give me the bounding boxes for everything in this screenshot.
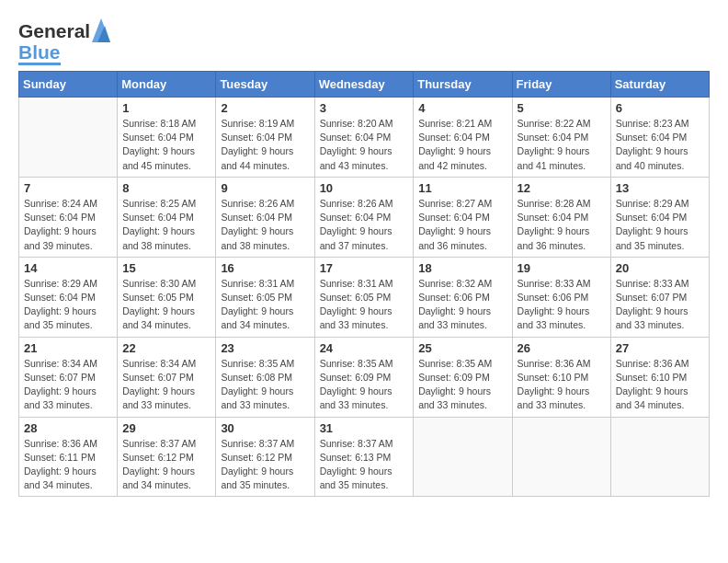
day-number: 9	[221, 181, 309, 195]
day-info: Sunrise: 8:21 AM Sunset: 6:04 PM Dayligh…	[418, 117, 506, 173]
calendar-cell: 4Sunrise: 8:21 AM Sunset: 6:04 PM Daylig…	[414, 98, 512, 178]
day-info: Sunrise: 8:23 AM Sunset: 6:04 PM Dayligh…	[616, 117, 704, 173]
calendar-cell: 21Sunrise: 8:34 AM Sunset: 6:07 PM Dayli…	[19, 337, 118, 417]
calendar-cell: 30Sunrise: 8:37 AM Sunset: 6:12 PM Dayli…	[216, 417, 314, 497]
day-number: 20	[616, 261, 704, 275]
day-info: Sunrise: 8:19 AM Sunset: 6:04 PM Dayligh…	[221, 117, 309, 173]
calendar-cell: 20Sunrise: 8:33 AM Sunset: 6:07 PM Dayli…	[610, 257, 709, 337]
day-number: 16	[221, 261, 309, 275]
day-number: 4	[418, 101, 506, 115]
logo: General Blue	[18, 18, 110, 65]
calendar-table: SundayMondayTuesdayWednesdayThursdayFrid…	[18, 71, 710, 497]
day-info: Sunrise: 8:35 AM Sunset: 6:09 PM Dayligh…	[320, 357, 409, 413]
calendar-week-row: 14Sunrise: 8:29 AM Sunset: 6:04 PM Dayli…	[19, 257, 710, 337]
day-info: Sunrise: 8:32 AM Sunset: 6:06 PM Dayligh…	[418, 277, 506, 333]
day-info: Sunrise: 8:31 AM Sunset: 6:05 PM Dayligh…	[320, 277, 409, 333]
calendar-week-row: 7Sunrise: 8:24 AM Sunset: 6:04 PM Daylig…	[19, 177, 710, 257]
day-info: Sunrise: 8:37 AM Sunset: 6:12 PM Dayligh…	[221, 437, 309, 493]
calendar-cell: 9Sunrise: 8:26 AM Sunset: 6:04 PM Daylig…	[216, 177, 314, 257]
calendar-week-row: 21Sunrise: 8:34 AM Sunset: 6:07 PM Dayli…	[19, 337, 710, 417]
day-info: Sunrise: 8:30 AM Sunset: 6:05 PM Dayligh…	[122, 277, 210, 333]
calendar-cell: 1Sunrise: 8:18 AM Sunset: 6:04 PM Daylig…	[118, 98, 216, 178]
day-info: Sunrise: 8:24 AM Sunset: 6:04 PM Dayligh…	[24, 197, 112, 253]
day-info: Sunrise: 8:33 AM Sunset: 6:07 PM Dayligh…	[616, 277, 704, 333]
day-number: 23	[221, 341, 309, 355]
day-number: 28	[24, 421, 112, 435]
day-number: 24	[320, 341, 409, 355]
day-info: Sunrise: 8:26 AM Sunset: 6:04 PM Dayligh…	[320, 197, 409, 253]
calendar-cell: 7Sunrise: 8:24 AM Sunset: 6:04 PM Daylig…	[19, 177, 118, 257]
calendar-cell	[610, 417, 709, 497]
calendar-day-header: Tuesday	[216, 72, 314, 98]
day-number: 2	[221, 101, 309, 115]
day-number: 25	[418, 341, 506, 355]
day-info: Sunrise: 8:28 AM Sunset: 6:04 PM Dayligh…	[518, 197, 606, 253]
day-info: Sunrise: 8:25 AM Sunset: 6:04 PM Dayligh…	[122, 197, 210, 253]
page-header: General Blue	[18, 18, 710, 65]
calendar-cell: 14Sunrise: 8:29 AM Sunset: 6:04 PM Dayli…	[19, 257, 118, 337]
calendar-cell: 24Sunrise: 8:35 AM Sunset: 6:09 PM Dayli…	[314, 337, 414, 417]
calendar-week-row: 1Sunrise: 8:18 AM Sunset: 6:04 PM Daylig…	[19, 98, 710, 178]
day-info: Sunrise: 8:20 AM Sunset: 6:04 PM Dayligh…	[320, 117, 409, 173]
day-number: 10	[320, 181, 409, 195]
calendar-cell: 23Sunrise: 8:35 AM Sunset: 6:08 PM Dayli…	[216, 337, 314, 417]
calendar-cell: 28Sunrise: 8:36 AM Sunset: 6:11 PM Dayli…	[19, 417, 118, 497]
day-info: Sunrise: 8:37 AM Sunset: 6:13 PM Dayligh…	[320, 437, 409, 493]
day-info: Sunrise: 8:37 AM Sunset: 6:12 PM Dayligh…	[122, 437, 210, 493]
calendar-cell: 12Sunrise: 8:28 AM Sunset: 6:04 PM Dayli…	[512, 177, 610, 257]
calendar-header-row: SundayMondayTuesdayWednesdayThursdayFrid…	[19, 72, 710, 98]
calendar-cell: 8Sunrise: 8:25 AM Sunset: 6:04 PM Daylig…	[118, 177, 216, 257]
day-number: 12	[518, 181, 606, 195]
calendar-cell	[414, 417, 512, 497]
calendar-cell: 29Sunrise: 8:37 AM Sunset: 6:12 PM Dayli…	[118, 417, 216, 497]
calendar-cell: 10Sunrise: 8:26 AM Sunset: 6:04 PM Dayli…	[314, 177, 414, 257]
calendar-cell: 5Sunrise: 8:22 AM Sunset: 6:04 PM Daylig…	[512, 98, 610, 178]
calendar-day-header: Sunday	[19, 72, 118, 98]
calendar-day-header: Saturday	[610, 72, 709, 98]
calendar-cell: 18Sunrise: 8:32 AM Sunset: 6:06 PM Dayli…	[414, 257, 512, 337]
calendar-cell: 16Sunrise: 8:31 AM Sunset: 6:05 PM Dayli…	[216, 257, 314, 337]
day-number: 18	[418, 261, 506, 275]
day-number: 13	[616, 181, 704, 195]
day-number: 6	[616, 101, 704, 115]
calendar-day-header: Wednesday	[314, 72, 414, 98]
calendar-day-header: Monday	[118, 72, 216, 98]
day-number: 15	[122, 261, 210, 275]
day-info: Sunrise: 8:35 AM Sunset: 6:09 PM Dayligh…	[418, 357, 506, 413]
day-info: Sunrise: 8:29 AM Sunset: 6:04 PM Dayligh…	[24, 277, 112, 333]
day-number: 30	[221, 421, 309, 435]
day-info: Sunrise: 8:36 AM Sunset: 6:10 PM Dayligh…	[518, 357, 606, 413]
day-info: Sunrise: 8:36 AM Sunset: 6:11 PM Dayligh…	[24, 437, 112, 493]
day-info: Sunrise: 8:33 AM Sunset: 6:06 PM Dayligh…	[518, 277, 606, 333]
day-info: Sunrise: 8:34 AM Sunset: 6:07 PM Dayligh…	[122, 357, 210, 413]
day-number: 21	[24, 341, 112, 355]
day-number: 11	[418, 181, 506, 195]
calendar-cell: 27Sunrise: 8:36 AM Sunset: 6:10 PM Dayli…	[610, 337, 709, 417]
day-number: 31	[320, 421, 409, 435]
logo-icon	[92, 18, 110, 42]
day-info: Sunrise: 8:18 AM Sunset: 6:04 PM Dayligh…	[122, 117, 210, 173]
day-info: Sunrise: 8:34 AM Sunset: 6:07 PM Dayligh…	[24, 357, 112, 413]
calendar-week-row: 28Sunrise: 8:36 AM Sunset: 6:11 PM Dayli…	[19, 417, 710, 497]
calendar-cell: 22Sunrise: 8:34 AM Sunset: 6:07 PM Dayli…	[118, 337, 216, 417]
calendar-cell	[19, 98, 118, 178]
day-number: 17	[320, 261, 409, 275]
day-number: 26	[518, 341, 606, 355]
calendar-cell: 11Sunrise: 8:27 AM Sunset: 6:04 PM Dayli…	[414, 177, 512, 257]
calendar-cell: 15Sunrise: 8:30 AM Sunset: 6:05 PM Dayli…	[118, 257, 216, 337]
day-info: Sunrise: 8:27 AM Sunset: 6:04 PM Dayligh…	[418, 197, 506, 253]
calendar-cell: 17Sunrise: 8:31 AM Sunset: 6:05 PM Dayli…	[314, 257, 414, 337]
day-number: 22	[122, 341, 210, 355]
day-number: 27	[616, 341, 704, 355]
calendar-cell: 13Sunrise: 8:29 AM Sunset: 6:04 PM Dayli…	[610, 177, 709, 257]
day-number: 8	[122, 181, 210, 195]
calendar-day-header: Friday	[512, 72, 610, 98]
calendar-cell: 31Sunrise: 8:37 AM Sunset: 6:13 PM Dayli…	[314, 417, 414, 497]
day-number: 7	[24, 181, 112, 195]
day-info: Sunrise: 8:22 AM Sunset: 6:04 PM Dayligh…	[518, 117, 606, 173]
day-info: Sunrise: 8:36 AM Sunset: 6:10 PM Dayligh…	[616, 357, 704, 413]
calendar-cell: 3Sunrise: 8:20 AM Sunset: 6:04 PM Daylig…	[314, 98, 414, 178]
calendar-cell	[512, 417, 610, 497]
calendar-cell: 2Sunrise: 8:19 AM Sunset: 6:04 PM Daylig…	[216, 98, 314, 178]
day-number: 19	[518, 261, 606, 275]
